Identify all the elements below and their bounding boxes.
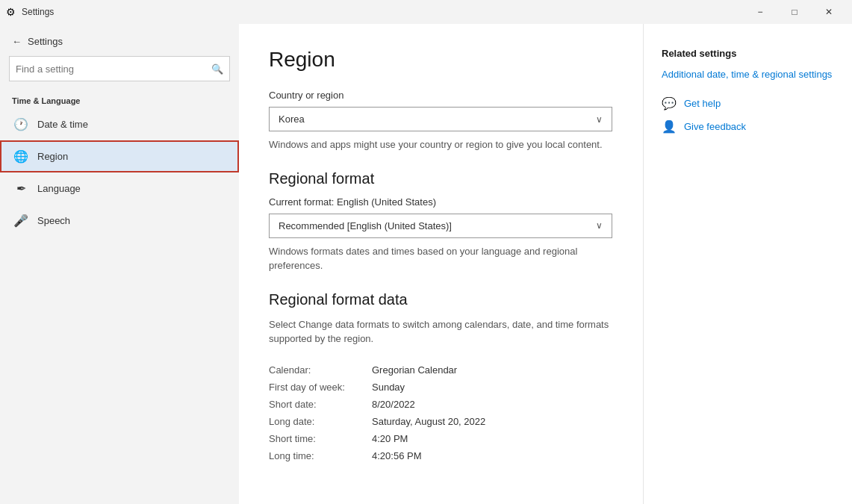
- short-time-value: 4:20 PM: [372, 433, 408, 444]
- regional-format-data-description: Select Change data formats to switch amo…: [269, 317, 612, 346]
- regional-format-heading: Regional format: [269, 170, 613, 187]
- long-time-value: 4:20:56 PM: [372, 450, 422, 461]
- minimize-button[interactable]: −: [743, 0, 777, 24]
- speech-icon: 🎤: [13, 214, 28, 228]
- title-bar: ⚙ Settings − □ ✕: [0, 0, 852, 24]
- give-feedback-icon: 👤: [662, 119, 677, 134]
- right-panel: Related settings Additional date, time &…: [643, 24, 852, 504]
- long-date-label: Long date:: [269, 416, 366, 427]
- back-button[interactable]: ← Settings: [0, 30, 239, 53]
- long-date-value: Saturday, August 20, 2022: [372, 416, 485, 427]
- sidebar-item-date-time[interactable]: 🕐 Date & time: [0, 108, 239, 140]
- table-row: Long date: Saturday, August 20, 2022: [269, 416, 613, 427]
- sidebar-item-label-date-time: Date & time: [37, 119, 88, 130]
- close-button[interactable]: ✕: [812, 0, 846, 24]
- main-panel: Region Country or region Korea ∨ Windows…: [239, 24, 643, 504]
- back-icon: ←: [12, 36, 22, 47]
- current-format-label: Current format: English (United States): [269, 196, 613, 208]
- give-feedback-label: Give feedback: [684, 121, 746, 132]
- regional-format-data-heading: Regional format data: [269, 291, 613, 308]
- first-day-label: First day of week:: [269, 382, 366, 393]
- app-icon: ⚙: [6, 6, 16, 18]
- get-help-icon: 💬: [662, 96, 677, 111]
- long-time-label: Long time:: [269, 450, 366, 461]
- calendar-label: Calendar:: [269, 364, 366, 376]
- sidebar-section-label: Time & Language: [0, 90, 239, 108]
- sidebar: ← Settings 🔍 Time & Language 🕐 Date & ti…: [0, 24, 239, 504]
- date-time-icon: 🕐: [13, 117, 28, 131]
- country-dropdown-value: Korea: [279, 113, 305, 125]
- regional-format-description: Windows formats dates and times based on…: [269, 244, 612, 273]
- search-box[interactable]: 🔍: [9, 56, 230, 81]
- give-feedback-item[interactable]: 👤 Give feedback: [662, 119, 834, 134]
- calendar-value: Gregorian Calendar: [372, 364, 457, 376]
- country-description: Windows and apps might use your country …: [269, 137, 612, 152]
- related-settings-link[interactable]: Additional date, time & regional setting…: [662, 68, 834, 81]
- get-help-item[interactable]: 💬 Get help: [662, 96, 834, 111]
- sidebar-item-label-speech: Speech: [37, 215, 70, 226]
- maximize-button[interactable]: □: [777, 0, 812, 24]
- sidebar-item-label-region: Region: [37, 151, 68, 162]
- title-bar-left: ⚙ Settings: [6, 6, 743, 18]
- country-dropdown[interactable]: Korea ∨: [269, 107, 612, 131]
- regional-format-dropdown[interactable]: Recommended [English (United States)] ∨: [269, 214, 612, 238]
- table-row: Long time: 4:20:56 PM: [269, 450, 613, 461]
- regional-format-value: Recommended [English (United States)]: [279, 220, 452, 231]
- sidebar-item-language[interactable]: ✒ Language: [0, 172, 239, 205]
- regional-format-dropdown-arrow: ∨: [596, 220, 603, 231]
- first-day-value: Sunday: [372, 382, 405, 393]
- short-date-label: Short date:: [269, 399, 366, 410]
- sidebar-item-speech[interactable]: 🎤 Speech: [0, 205, 239, 237]
- sidebar-item-region[interactable]: 🌐 Region: [0, 140, 239, 172]
- search-input[interactable]: [16, 63, 211, 75]
- region-icon: 🌐: [13, 149, 28, 164]
- country-label: Country or region: [269, 90, 613, 101]
- table-row: First day of week: Sunday: [269, 382, 613, 393]
- data-table: Calendar: Gregorian Calendar First day o…: [269, 364, 613, 461]
- short-time-label: Short time:: [269, 433, 366, 444]
- table-row: Calendar: Gregorian Calendar: [269, 364, 613, 376]
- title-bar-title: Settings: [22, 7, 54, 17]
- short-date-value: 8/20/2022: [372, 399, 415, 410]
- page-title: Region: [269, 48, 613, 72]
- table-row: Short time: 4:20 PM: [269, 433, 613, 444]
- app-title-label: Settings: [28, 36, 63, 47]
- language-icon: ✒: [13, 181, 28, 196]
- title-bar-controls: − □ ✕: [743, 0, 846, 24]
- get-help-label: Get help: [684, 98, 721, 109]
- sidebar-item-label-language: Language: [37, 183, 81, 194]
- country-dropdown-arrow: ∨: [596, 114, 603, 125]
- related-settings-title: Related settings: [662, 48, 834, 59]
- search-icon: 🔍: [211, 63, 223, 75]
- table-row: Short date: 8/20/2022: [269, 399, 613, 410]
- app-body: ← Settings 🔍 Time & Language 🕐 Date & ti…: [0, 24, 852, 504]
